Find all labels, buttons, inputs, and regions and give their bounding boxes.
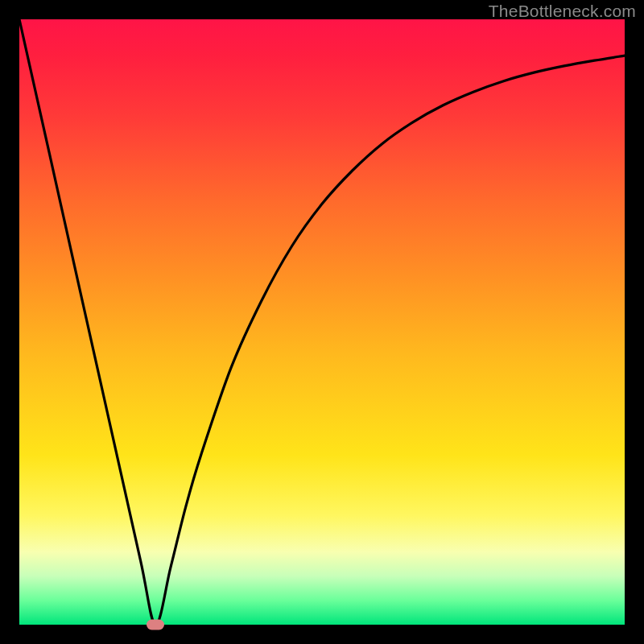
plot-area — [19, 19, 625, 625]
bottleneck-curve — [19, 19, 625, 625]
watermark-text: TheBottleneck.com — [489, 2, 636, 21]
chart-frame: TheBottleneck.com — [0, 0, 644, 644]
minimum-marker — [147, 620, 164, 630]
